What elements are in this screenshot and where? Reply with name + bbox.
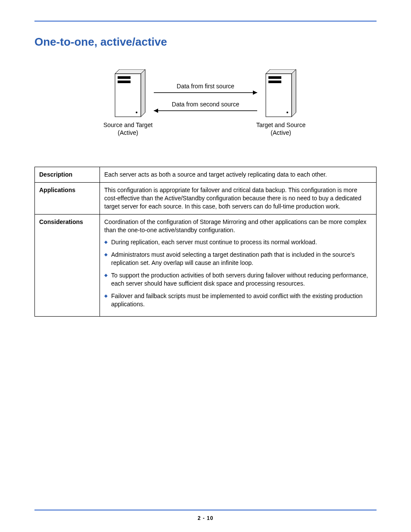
svg-marker-7 bbox=[266, 69, 296, 74]
bottom-rule bbox=[34, 510, 377, 510]
right-caption-line1: Target and Source bbox=[256, 121, 306, 128]
table-row: Applications This configuration is appro… bbox=[35, 182, 377, 214]
arrow1-label: Data from first source bbox=[177, 83, 234, 90]
top-rule bbox=[34, 21, 377, 22]
arrowhead-left-icon bbox=[154, 109, 158, 113]
svg-rect-0 bbox=[115, 74, 141, 117]
svg-marker-8 bbox=[292, 69, 296, 117]
arrowhead-right-icon bbox=[253, 90, 257, 95]
page-title: One-to-one, active/active bbox=[34, 34, 377, 50]
architecture-diagram: Source and Target (Active) Target and So… bbox=[34, 69, 377, 151]
svg-rect-10 bbox=[268, 81, 281, 83]
list-item: Administrators must avoid selecting a ta… bbox=[104, 251, 372, 267]
svg-rect-3 bbox=[118, 76, 131, 79]
list-item: To support the production activities of … bbox=[104, 271, 372, 288]
svg-point-5 bbox=[136, 112, 137, 113]
row-value-description: Each server acts as both a source and ta… bbox=[100, 167, 377, 183]
left-caption-line2: (Active) bbox=[118, 129, 138, 136]
row-label-applications: Applications bbox=[35, 182, 100, 214]
svg-point-11 bbox=[286, 112, 288, 113]
info-table: Description Each server acts as both a s… bbox=[34, 167, 377, 317]
page-number: 2 - 10 bbox=[34, 515, 377, 522]
row-value-applications: This configuration is appropriate for fa… bbox=[100, 182, 377, 214]
arrow2-label: Data from second source bbox=[172, 101, 240, 108]
table-row: Considerations Coordination of the confi… bbox=[35, 214, 377, 316]
row-value-considerations: Coordination of the configuration of Sto… bbox=[100, 214, 377, 316]
server-icon bbox=[115, 69, 145, 117]
right-caption-line2: (Active) bbox=[271, 129, 291, 136]
considerations-intro: Coordination of the configuration of Sto… bbox=[104, 218, 372, 234]
svg-marker-1 bbox=[115, 69, 145, 74]
row-label-description: Description bbox=[35, 167, 100, 183]
row-label-considerations: Considerations bbox=[35, 214, 100, 316]
server-icon bbox=[266, 69, 296, 117]
svg-marker-2 bbox=[141, 69, 145, 117]
svg-rect-4 bbox=[118, 81, 131, 83]
svg-rect-6 bbox=[266, 74, 292, 117]
table-row: Description Each server acts as both a s… bbox=[35, 167, 377, 183]
svg-rect-9 bbox=[268, 76, 281, 79]
list-item: During replication, each server must con… bbox=[104, 238, 372, 246]
diagram-svg: Source and Target (Active) Target and So… bbox=[102, 69, 309, 151]
list-item: Failover and failback scripts must be im… bbox=[104, 292, 372, 308]
left-caption-line1: Source and Target bbox=[103, 121, 153, 128]
